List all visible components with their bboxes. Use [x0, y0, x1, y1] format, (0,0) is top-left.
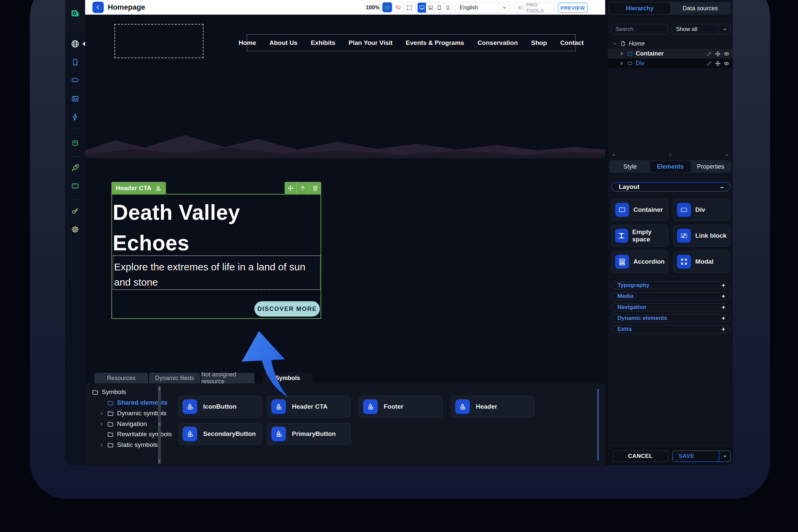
device-tablet-button[interactable] [435, 3, 443, 13]
pro-tools-toggle[interactable]: PRO TOOLS [515, 2, 556, 13]
section-dynamic-elements[interactable]: Dynamic elements + [611, 314, 730, 322]
site-logo-placeholder[interactable] [114, 24, 204, 58]
hero-heading[interactable]: Death Valley Echoes [113, 197, 240, 258]
fullscreen-button[interactable] [403, 2, 416, 13]
symbol-icon [366, 403, 374, 411]
chevron-right-icon[interactable] [619, 51, 624, 56]
pencil-icon[interactable] [706, 51, 712, 57]
rocket-icon[interactable] [71, 163, 79, 172]
tree-item-dynamic-symbols[interactable]: Dynamic symbols [99, 409, 167, 418]
tree-item-static-symbols[interactable]: Static symbols [99, 440, 158, 449]
nav-link[interactable]: Conservation [477, 39, 518, 46]
save-button[interactable]: SAVE [672, 451, 731, 462]
section-navigation[interactable]: Navigation + [611, 303, 730, 311]
element-div[interactable]: Div [673, 199, 730, 221]
element-modal[interactable]: Modal [673, 251, 730, 273]
element-badge [615, 203, 629, 217]
language-select[interactable]: English [456, 2, 509, 13]
section-media[interactable]: Media + [611, 292, 730, 300]
collapse-minus-icon[interactable]: – [720, 183, 730, 191]
element-empty-space[interactable]: Empty space [611, 225, 668, 247]
nav-link[interactable]: Plan Your Visit [349, 39, 393, 46]
design-canvas[interactable]: Home About Us Exhibits Plan Your Visit E… [85, 15, 605, 466]
panel-footer: CANCEL SAVE [608, 446, 733, 466]
eye-icon[interactable] [723, 51, 729, 57]
pages-globe-icon[interactable] [71, 40, 79, 48]
shopping-bag-icon[interactable] [71, 138, 79, 147]
symbol-card-footer[interactable]: Footer [359, 396, 442, 418]
move-icon[interactable] [715, 60, 721, 66]
symbol-card-header[interactable]: Header [451, 396, 535, 418]
selected-element-outline[interactable]: Header CTA Death Valley Echoes Explore t… [111, 194, 321, 319]
zoom-level[interactable]: 100% [365, 2, 381, 13]
nav-link[interactable]: Home [239, 39, 256, 46]
tab-dynamic-fields[interactable]: Dynamic fileds [149, 373, 200, 383]
delete-button[interactable] [309, 182, 321, 194]
hero-cta-button[interactable]: DISCOVER MORE [254, 301, 320, 317]
device-desktop-button[interactable] [418, 3, 426, 13]
selection-label-tag[interactable]: Header CTA [111, 182, 166, 194]
nav-link[interactable]: Exhibits [311, 39, 336, 46]
tab-style[interactable]: Style [610, 161, 650, 172]
show-hidden-button[interactable] [382, 2, 392, 12]
pencil-icon[interactable] [706, 60, 712, 66]
section-layout[interactable]: Layout – [611, 182, 730, 191]
tab-properties[interactable]: Properties [690, 161, 731, 172]
element-link-block[interactable]: Link block [673, 225, 730, 247]
tree-item-symbols-root[interactable]: Symbols [92, 388, 126, 396]
gear-icon[interactable] [71, 225, 79, 234]
tree-item-rewritable-symbols[interactable]: Rewritable symbols [107, 430, 172, 439]
hero-subtitle-box[interactable]: Explore the extremes of life in a land o… [113, 255, 321, 290]
hierarchy-row-home[interactable]: Home [608, 39, 733, 48]
search-input[interactable] [611, 26, 668, 33]
select-parent-button[interactable] [297, 182, 309, 194]
chevron-up-icon[interactable] [611, 152, 616, 158]
nav-link[interactable]: Contact [560, 39, 584, 46]
save-options-button[interactable] [719, 451, 730, 461]
hierarchy-row-div[interactable]: Div [608, 58, 733, 68]
search-field[interactable] [611, 24, 668, 35]
symbol-card-secondarybutton[interactable]: SecondaryButton [178, 423, 262, 445]
site-navbar[interactable]: Home About Us Exhibits Plan Your Visit E… [247, 34, 575, 51]
panel-resizer[interactable] [158, 385, 161, 464]
chevron-down-icon[interactable] [724, 152, 729, 158]
key-icon[interactable] [71, 207, 79, 215]
panel-divider[interactable] [597, 389, 598, 460]
move-icon[interactable] [715, 51, 721, 57]
app-logo-icon[interactable] [70, 8, 81, 19]
nav-link[interactable]: About Us [269, 39, 297, 46]
tab-resources[interactable]: Resources [94, 373, 148, 383]
section-typography[interactable]: Typography + [611, 281, 730, 289]
symbol-card-primarybutton[interactable]: PrimaryButton [267, 423, 351, 445]
video-player-icon[interactable] [71, 182, 79, 190]
section-title: Typography [611, 282, 722, 289]
element-container[interactable]: Container [611, 199, 668, 221]
media-gallery-icon[interactable] [71, 94, 79, 103]
cancel-button[interactable]: CANCEL [612, 451, 668, 462]
lightning-icon[interactable] [71, 113, 79, 121]
symbols-panel: Symbols Shared elements Dynamic symbols … [85, 383, 605, 466]
chevron-down-icon[interactable] [612, 41, 618, 46]
section-extra[interactable]: Extra + [611, 325, 730, 333]
hide-hidden-button[interactable] [393, 2, 403, 13]
hierarchy-row-container[interactable]: Container [608, 49, 733, 58]
grip-icon[interactable] [668, 152, 673, 158]
eye-icon[interactable] [723, 60, 729, 66]
back-button[interactable] [92, 2, 104, 13]
element-accordion[interactable]: Accordion [611, 251, 668, 273]
preview-button[interactable]: PREVIEW [558, 3, 588, 13]
show-all-select[interactable]: Show all [672, 24, 731, 35]
nav-link[interactable]: Shop [531, 39, 547, 46]
tab-elements[interactable]: Elements [650, 161, 690, 172]
device-laptop-button[interactable] [426, 3, 435, 13]
tree-item-navigation[interactable]: Navigation [99, 420, 147, 428]
symbol-icon [274, 403, 283, 411]
tab-data-sources[interactable]: Data sources [670, 3, 730, 14]
tab-hierarchy[interactable]: Hierarchy [609, 3, 670, 14]
drag-handle[interactable] [285, 182, 297, 194]
chevron-right-icon[interactable] [619, 61, 624, 66]
mask-icon[interactable] [71, 76, 79, 85]
device-mobile-button[interactable] [443, 3, 452, 13]
device-phone-icon[interactable] [71, 58, 79, 66]
nav-link[interactable]: Events & Programs [406, 39, 464, 46]
